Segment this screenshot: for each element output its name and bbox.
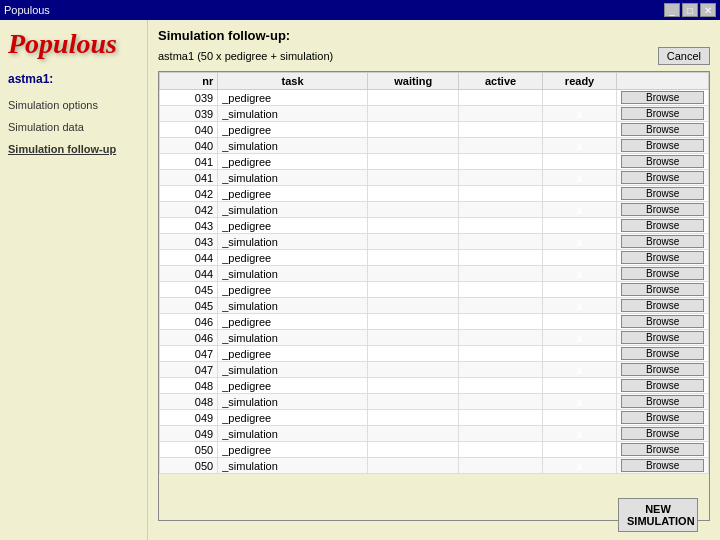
cell-task: _pedigree [218, 154, 368, 170]
content-area: Simulation follow-up: astma1 (50 x pedig… [148, 20, 720, 540]
col-header-ready: ready [542, 73, 617, 90]
cell-nr: 043 [160, 218, 218, 234]
cell-browse: Browse [617, 298, 709, 314]
cell-browse: Browse [617, 122, 709, 138]
cell-active [459, 282, 542, 298]
cell-task: _simulation [218, 106, 368, 122]
cell-active [459, 170, 542, 186]
browse-button[interactable]: Browse [621, 283, 704, 296]
browse-button[interactable]: Browse [621, 331, 704, 344]
browse-button[interactable]: Browse [621, 187, 704, 200]
browse-button[interactable]: Browse [621, 91, 704, 104]
cell-active [459, 330, 542, 346]
minimize-button[interactable]: _ [664, 3, 680, 17]
browse-button[interactable]: Browse [621, 251, 704, 264]
simulation-table-container[interactable]: nr task waiting active ready 039_pedigre… [158, 71, 710, 521]
cell-nr: 049 [160, 426, 218, 442]
cell-nr: 048 [160, 394, 218, 410]
cell-browse: Browse [617, 362, 709, 378]
cell-waiting [367, 138, 459, 154]
cell-task: _simulation [218, 394, 368, 410]
table-row: 040_simulationxBrowse [160, 138, 709, 154]
app-title: Populous [4, 4, 50, 16]
cell-ready: x [542, 122, 617, 138]
titlebar: Populous _ □ ✕ [0, 0, 720, 20]
cell-nr: 044 [160, 266, 218, 282]
cell-waiting [367, 394, 459, 410]
cell-active [459, 426, 542, 442]
browse-button[interactable]: Browse [621, 107, 704, 120]
browse-button[interactable]: Browse [621, 123, 704, 136]
cell-browse: Browse [617, 154, 709, 170]
cell-waiting [367, 346, 459, 362]
cell-ready: x [542, 202, 617, 218]
browse-button[interactable]: Browse [621, 171, 704, 184]
browse-button[interactable]: Browse [621, 395, 704, 408]
sidebar-item-simulation-options[interactable]: Simulation options [8, 98, 139, 112]
browse-button[interactable]: Browse [621, 267, 704, 280]
cell-ready: x [542, 330, 617, 346]
browse-button[interactable]: Browse [621, 155, 704, 168]
cell-ready: x [542, 442, 617, 458]
browse-button[interactable]: Browse [621, 299, 704, 312]
cell-nr: 046 [160, 330, 218, 346]
cell-waiting [367, 282, 459, 298]
cell-ready: x [542, 426, 617, 442]
cell-waiting [367, 234, 459, 250]
cell-task: _pedigree [218, 378, 368, 394]
cell-active [459, 314, 542, 330]
cell-task: _simulation [218, 426, 368, 442]
table-row: 045_simulationxBrowse [160, 298, 709, 314]
browse-button[interactable]: Browse [621, 139, 704, 152]
cell-nr: 048 [160, 378, 218, 394]
table-row: 043_simulationxBrowse [160, 234, 709, 250]
cell-active [459, 346, 542, 362]
cell-task: _pedigree [218, 186, 368, 202]
cell-waiting [367, 154, 459, 170]
browse-button[interactable]: Browse [621, 427, 704, 440]
cell-task: _simulation [218, 362, 368, 378]
browse-button[interactable]: Browse [621, 363, 704, 376]
table-row: 039_simulationxBrowse [160, 106, 709, 122]
browse-button[interactable]: Browse [621, 379, 704, 392]
browse-button[interactable]: Browse [621, 235, 704, 248]
browse-button[interactable]: Browse [621, 459, 704, 472]
cancel-button[interactable]: Cancel [658, 47, 710, 65]
sidebar-item-simulation-followup[interactable]: Simulation follow-up [8, 142, 139, 156]
cell-ready: x [542, 378, 617, 394]
cell-nr: 042 [160, 186, 218, 202]
table-body: 039_pedigreexBrowse039_simulationxBrowse… [160, 90, 709, 474]
browse-button[interactable]: Browse [621, 443, 704, 456]
cell-nr: 050 [160, 458, 218, 474]
table-row: 044_pedigreexBrowse [160, 250, 709, 266]
cell-waiting [367, 106, 459, 122]
close-button[interactable]: ✕ [700, 3, 716, 17]
cell-task: _simulation [218, 234, 368, 250]
sidebar-item-simulation-data[interactable]: Simulation data [8, 120, 139, 134]
new-simulation-button[interactable]: NEWSIMULATION [618, 498, 698, 532]
browse-button[interactable]: Browse [621, 347, 704, 360]
cell-browse: Browse [617, 250, 709, 266]
cell-ready: x [542, 154, 617, 170]
simulation-table: nr task waiting active ready 039_pedigre… [159, 72, 709, 474]
cell-nr: 039 [160, 106, 218, 122]
cell-ready: x [542, 394, 617, 410]
maximize-button[interactable]: □ [682, 3, 698, 17]
cell-waiting [367, 378, 459, 394]
cell-task: _pedigree [218, 250, 368, 266]
cell-active [459, 458, 542, 474]
cell-waiting [367, 186, 459, 202]
browse-button[interactable]: Browse [621, 219, 704, 232]
cell-browse: Browse [617, 234, 709, 250]
table-row: 046_pedigreexBrowse [160, 314, 709, 330]
cell-task: _simulation [218, 170, 368, 186]
col-header-task: task [218, 73, 368, 90]
browse-button[interactable]: Browse [621, 203, 704, 216]
cell-ready: x [542, 90, 617, 106]
browse-button[interactable]: Browse [621, 411, 704, 424]
cell-nr: 041 [160, 170, 218, 186]
browse-button[interactable]: Browse [621, 315, 704, 328]
content-subtitle: astma1 (50 x pedigree + simulation) Canc… [158, 47, 710, 65]
study-label: astma1: [8, 72, 139, 86]
table-row: 048_simulationxBrowse [160, 394, 709, 410]
